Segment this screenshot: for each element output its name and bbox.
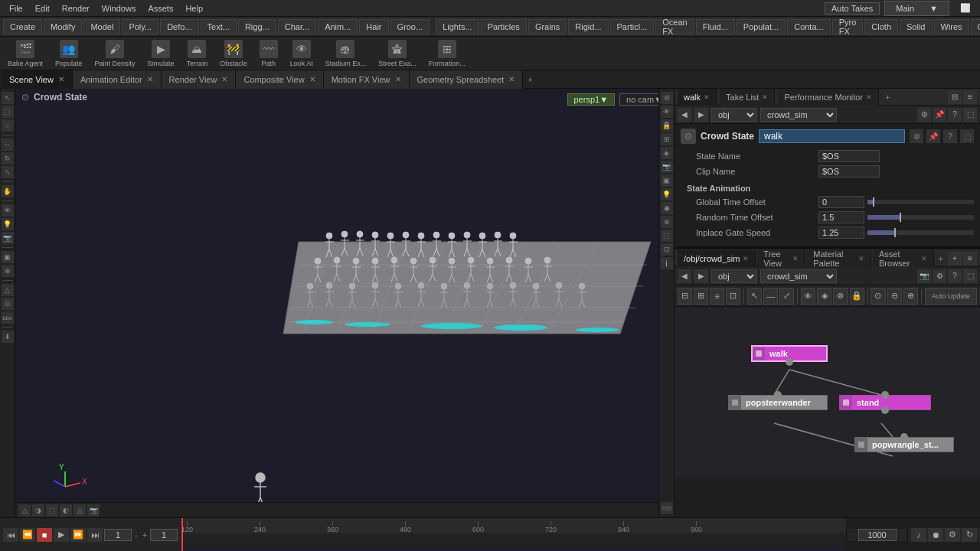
rpb-add-btn[interactable]: +	[948, 252, 962, 266]
tb-grains[interactable]: Grains	[528, 19, 567, 34]
rpb-settings3[interactable]: ≡	[963, 252, 977, 266]
rpb-tb-details[interactable]: ⊡	[726, 288, 740, 305]
tab-render-view-close[interactable]: ✕	[221, 75, 227, 83]
rp-tab-take-close[interactable]: ✕	[762, 93, 768, 101]
vpr-settings[interactable]: ⚙	[661, 92, 673, 104]
rpb-cam-icon[interactable]: 📷	[917, 269, 931, 283]
rpb-tab-close-3[interactable]: ✕	[921, 255, 927, 262]
tl-current-frame[interactable]	[104, 529, 132, 541]
tl-end-frame[interactable]	[858, 529, 897, 541]
vpr-expand[interactable]: ⬚	[661, 230, 673, 242]
rp-nav-back[interactable]: ◀	[678, 108, 691, 122]
vpr-eye[interactable]: 👁	[661, 106, 673, 118]
global-time-offset-slider[interactable]	[867, 200, 974, 204]
tab-motion-fx[interactable]: Motion FX View ✕	[324, 70, 410, 89]
tb-cloth[interactable]: Cloth	[864, 19, 898, 34]
rpb-tab-obj-crowd[interactable]: /obj/crowd_sim ✕	[678, 250, 756, 267]
tb-groo[interactable]: Groo...	[390, 19, 430, 34]
tab-geometry-spreadsheet[interactable]: Geometry Spreadsheet ✕	[410, 70, 524, 89]
tl-play[interactable]: ▶	[54, 528, 69, 542]
lt-handle[interactable]: ⊙	[2, 298, 14, 310]
rpb-sim-select[interactable]: crowd_sim	[760, 269, 837, 283]
tb2-lookat[interactable]: 👁 Look At	[286, 38, 318, 69]
tl-playhead[interactable]	[181, 518, 183, 552]
tb-text[interactable]: Text...	[201, 19, 237, 34]
lt-render[interactable]: ▣	[2, 251, 14, 263]
main-dropdown[interactable]: Main ▼	[884, 1, 949, 16]
rpb-tab-close-1[interactable]: ✕	[792, 255, 799, 262]
menu-edit[interactable]: Edit	[29, 2, 56, 15]
lt-scale[interactable]: ⤡	[2, 166, 14, 178]
tb-conta[interactable]: Conta...	[787, 19, 831, 34]
menu-help[interactable]: Help	[179, 2, 209, 15]
rp-help[interactable]: ?	[948, 108, 962, 122]
tl-go-start[interactable]: ⏮	[3, 528, 18, 542]
lt-select[interactable]: ↖	[2, 92, 14, 104]
tab-scene-view[interactable]: Scene View ✕	[2, 70, 73, 89]
rpb-tb-connect[interactable]: —	[763, 288, 778, 305]
vpb-lighting[interactable]: ◐	[60, 504, 72, 517]
tb2-simulate[interactable]: ▶ Simulate	[143, 38, 179, 69]
node-popsteerwander[interactable]: popsteerwander	[728, 395, 828, 410]
rp-tab-perf-monitor[interactable]: Performance Monitor ✕	[778, 89, 879, 106]
rpb-tb-link[interactable]: ⤢	[779, 288, 794, 305]
vpb-geo[interactable]: △	[74, 504, 86, 517]
menu-assets[interactable]: Assets	[142, 2, 179, 15]
timeline-track[interactable]: 120 240 360 480 600	[181, 518, 846, 552]
global-time-offset-input[interactable]	[818, 196, 864, 208]
rpb-tb-zoom-in[interactable]: ⊕	[903, 288, 918, 305]
clip-name-input[interactable]	[818, 165, 880, 178]
rp-tab-walk-close[interactable]: ✕	[704, 93, 710, 101]
lt-box[interactable]: ⬚	[2, 106, 14, 118]
vpb-shaded[interactable]: ◑	[32, 504, 44, 517]
tab-composite-close[interactable]: ✕	[309, 75, 315, 83]
vpr-frame[interactable]: ⊡	[661, 243, 673, 256]
node-stand[interactable]: stand	[839, 395, 931, 410]
tb2-terrain[interactable]: ⛰ Terrain	[182, 38, 213, 69]
tb2-stadium[interactable]: 🏟 Stadium Ex...	[321, 38, 371, 69]
lt-cam[interactable]: 📷	[2, 232, 14, 244]
tb-modify[interactable]: Modify	[44, 19, 82, 34]
rpb-tab-close-0[interactable]: ✕	[743, 255, 749, 262]
node-walk[interactable]: walk	[751, 345, 828, 362]
tl-plus[interactable]: +	[141, 530, 149, 540]
tb2-street[interactable]: 🛣 Street Exa...	[374, 38, 421, 69]
tl-jump-frame[interactable]	[150, 529, 178, 541]
rp-obj-select[interactable]: obj	[711, 108, 757, 122]
lt-pose[interactable]: ✋	[2, 185, 14, 197]
tb-crowds[interactable]: Crowds	[971, 19, 980, 34]
tb-solid[interactable]: Solid	[900, 19, 932, 34]
rp-expand2[interactable]: ⬚	[963, 108, 977, 122]
lt-geo[interactable]: △	[2, 284, 14, 296]
lt-bottom[interactable]: ⬇	[2, 331, 14, 343]
tab-geom-close[interactable]: ✕	[508, 75, 514, 83]
cs-gear-icon[interactable]: ⚙	[910, 129, 923, 143]
tb-populat[interactable]: Populat...	[737, 19, 786, 34]
rpb-expand3[interactable]: ⬚	[963, 269, 977, 283]
rpb-tab-asset-browser[interactable]: Asset Browser ✕	[873, 250, 934, 267]
tb-hair[interactable]: Hair	[359, 19, 388, 34]
lt-snap[interactable]: ⊕	[2, 265, 14, 277]
rpb-tb-eye[interactable]: 👁	[801, 288, 815, 305]
tb-poly[interactable]: Poly...	[122, 19, 158, 34]
rpb-tb-select[interactable]: ↖	[747, 288, 762, 305]
vpr-light[interactable]: 💡	[661, 188, 673, 201]
tb-lights[interactable]: Lights...	[436, 19, 479, 34]
tb-particl[interactable]: Particl...	[610, 19, 655, 34]
tab-render-view[interactable]: Render View ✕	[162, 70, 237, 89]
rpb-tab-add[interactable]: +	[936, 253, 946, 265]
rpb-tb-grid[interactable]: ⊞	[694, 288, 708, 305]
lt-translate[interactable]: ↔	[2, 139, 14, 151]
tab-scene-view-close[interactable]: ✕	[58, 75, 64, 83]
tb-char[interactable]: Char...	[278, 19, 316, 34]
vpr-cam2[interactable]: 📷	[661, 161, 673, 173]
vpr-overlay[interactable]: ◉	[661, 202, 673, 214]
crowd-state-name-input[interactable]: walk	[759, 129, 905, 143]
cs-help-icon[interactable]: ?	[943, 129, 957, 143]
rpb-nav-forward[interactable]: ▶	[694, 269, 708, 283]
tb-fluid[interactable]: Fluid...	[696, 19, 735, 34]
tb-rigg[interactable]: Rigg...	[238, 19, 276, 34]
inplace-gate-speed-slider[interactable]	[867, 230, 974, 235]
tb-particles[interactable]: Particles	[481, 19, 527, 34]
tab-animation-editor[interactable]: Animation Editor ✕	[73, 70, 162, 89]
